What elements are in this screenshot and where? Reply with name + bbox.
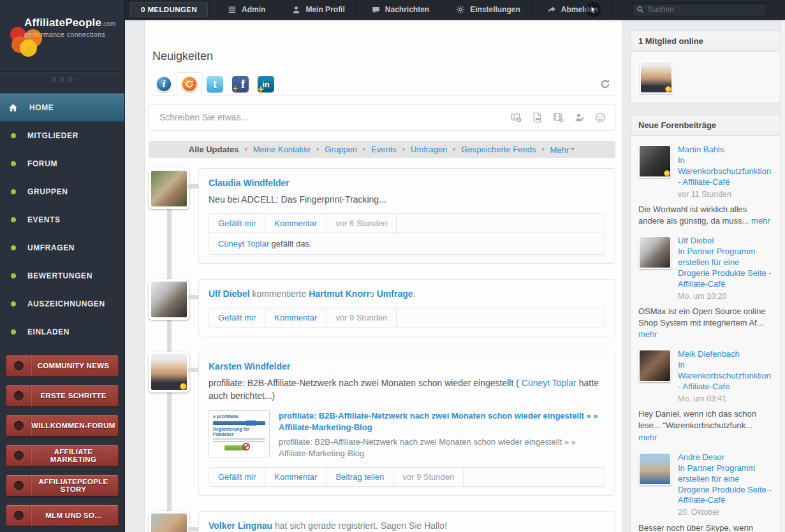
separator-dot: •: [245, 145, 247, 154]
avatar-andre-desor[interactable]: [638, 452, 671, 485]
refresh-feed-icon[interactable]: [600, 79, 610, 89]
sidebar-item-bewertungen[interactable]: BEWERTUNGEN: [0, 262, 124, 290]
sidebar-item-gruppen[interactable]: GRUPPEN: [0, 178, 124, 206]
action-kommentar[interactable]: Kommentar: [265, 468, 326, 486]
topbar-item-einstellungen[interactable]: Einstellungen: [443, 0, 534, 19]
person-link[interactable]: Umfrage: [377, 289, 413, 299]
action-gef-llt-mir[interactable]: Gefällt mir: [209, 214, 265, 233]
topbar-item-nachrichten[interactable]: Nachrichten: [358, 0, 443, 19]
scrollbar-track[interactable]: [780, 19, 785, 532]
right-sidebar: 1 Mitglied online Neue Forenbeiträge Mar…: [630, 19, 781, 532]
thumbnail-heading: Registrierung für Publisher: [213, 427, 265, 437]
forum-button-affiliatepeople-story[interactable]: AFFILIATEPEOPLE STORY: [6, 475, 119, 496]
forum-post-topic[interactable]: In Warenkorbschutzfunktion - Affiliate-C…: [678, 360, 771, 391]
avatar-meik-diefenbach[interactable]: [638, 349, 671, 382]
sidebar-item-umfragen[interactable]: UMFRAGEN: [0, 234, 124, 262]
link-preview-thumbnail[interactable]: profiliateRegistrierung für Publisher: [209, 410, 270, 457]
button-circle-icon: [14, 481, 24, 491]
button-circle-icon: [14, 361, 24, 371]
sidebar-item-label: AUSZEICHNUNGEN: [27, 299, 105, 308]
notifications-button[interactable]: 0 MELDUNGEN: [130, 2, 208, 17]
forum-post-topic[interactable]: In Warenkorbschutzfunktion - Affiliate-C…: [678, 155, 771, 187]
avatar-karsten-windfelder[interactable]: [149, 352, 189, 392]
tab-facebook-add-tab[interactable]: f+: [228, 72, 253, 96]
filter-mehr-dropdown[interactable]: Mehr: [550, 145, 576, 155]
forum-post-topic[interactable]: In Partner Programm erstellen für eine D…: [678, 247, 772, 289]
topbar-item-admin[interactable]: Admin: [214, 0, 279, 19]
action-kommentar[interactable]: Kommentar: [265, 214, 326, 233]
button-circle-icon: [14, 391, 24, 401]
link-preview-description: profiliate: B2B-Affiliate-Netzwerk nach …: [279, 436, 605, 459]
action-kommentar[interactable]: Kommentar: [265, 308, 326, 327]
sidebar-item-events[interactable]: EVENTS: [0, 206, 124, 234]
topbar-item-abmelden[interactable]: Abmelden: [534, 0, 612, 19]
facebook-add-tab-icon: f+: [232, 76, 249, 92]
online-member-avatar[interactable]: [640, 61, 673, 94]
filter-umfragen[interactable]: Umfragen: [411, 145, 447, 154]
tab-linkedin-add-tab[interactable]: in+: [253, 72, 279, 96]
add-video-icon[interactable]: [553, 112, 564, 123]
forum-post-more-link[interactable]: mehr: [638, 433, 657, 442]
stream-refresh-tab-icon: [181, 76, 198, 92]
forum-button-mlm-und-so[interactable]: MLM UND SO...: [6, 505, 119, 526]
forum-post-author[interactable]: Martin Bahls: [678, 145, 772, 155]
forum-post-author[interactable]: Meik Diefenbach: [678, 349, 772, 360]
forum-button-community-news[interactable]: COMMUNITY NEWS: [6, 355, 119, 377]
filter-alle-updates[interactable]: Alle Updates: [189, 145, 239, 154]
filter-gruppen[interactable]: Gruppen: [325, 145, 357, 154]
sidebar-item-einladen[interactable]: EINLADEN: [0, 318, 124, 346]
link-preview-title[interactable]: profiliate: B2B-Affiliate-Netzwerk nach …: [279, 410, 605, 433]
likes-row: Cüneyt Toplar gefällt das.: [209, 233, 605, 254]
forum-post-author[interactable]: Ulf Diebel: [678, 236, 772, 247]
user-icon: [292, 6, 300, 14]
separator-dot: •: [316, 145, 319, 154]
forum-button-affiliate-marketing[interactable]: AFFILIATE MARKETING: [6, 445, 119, 466]
forum-post-more-link[interactable]: mehr: [638, 329, 657, 339]
person-link[interactable]: Ulf Diebel: [209, 289, 250, 299]
sidebar-forum-buttons: COMMUNITY NEWSERSTE SCHRITTEWILLKOMMEN-F…: [0, 355, 124, 526]
forum-button-willkommen-forum[interactable]: WILLKOMMEN-FORUM: [6, 415, 119, 436]
action-gef-llt-mir[interactable]: Gefällt mir: [209, 308, 265, 327]
action-beitrag-teilen[interactable]: Beitrag teilen: [326, 468, 393, 486]
person-link[interactable]: Karsten Windfelder: [209, 361, 290, 371]
avatar-ulf-diebel[interactable]: [638, 236, 671, 269]
sidebar-item-forum[interactable]: FORUM: [0, 150, 124, 178]
compose-input[interactable]: [158, 111, 511, 123]
timestamp: vor 6 Stunden: [326, 214, 397, 233]
tab-info-tab[interactable]: i: [151, 72, 177, 96]
sidebar-item-home[interactable]: HOME: [0, 93, 124, 122]
forum-button-label: AFFILIATE MARKETING: [31, 448, 118, 463]
tab-stream-refresh-tab[interactable]: [177, 72, 202, 96]
filter-events[interactable]: Events: [371, 145, 397, 154]
person-link[interactable]: Cüneyt Toplar: [522, 378, 576, 388]
avatar-volker-lingnau[interactable]: [149, 511, 189, 532]
person-link[interactable]: Volker Lingnau: [209, 521, 272, 531]
person-link[interactable]: Claudia Windfelder: [209, 178, 290, 188]
online-members-panel: 1 Mitglied online: [630, 31, 781, 103]
filter-meine-kontakte[interactable]: Meine Kontakte: [253, 145, 311, 154]
topbar-item-mein-profil[interactable]: Mein Profil: [279, 0, 358, 19]
emoticon-icon[interactable]: [595, 112, 606, 123]
forum-post-topic[interactable]: In Partner Programm erstellen für eine D…: [678, 463, 772, 505]
sidebar-item-auszeichnungen[interactable]: AUSZEICHNUNGEN: [0, 290, 124, 318]
attach-file-icon[interactable]: [532, 112, 543, 123]
add-image-icon[interactable]: [511, 112, 522, 123]
avatar-martin-bahls[interactable]: [638, 145, 671, 178]
avatar-claudia-windfelder[interactable]: [149, 168, 189, 209]
app-logo[interactable]: AffiliatePeople.com performance connecti…: [0, 0, 124, 72]
filter-gespeicherte-feeds[interactable]: Gespeicherte Feeds: [461, 145, 536, 154]
forum-post-more-link[interactable]: mehr: [751, 216, 770, 226]
forum-button-erste-schritte[interactable]: ERSTE SCHRITTE: [6, 385, 119, 406]
person-link[interactable]: Hartmut Knorr: [309, 289, 370, 299]
person-link[interactable]: Cüneyt Toplar: [218, 239, 269, 248]
sidebar-item-mitglieder[interactable]: MITGLIEDER: [0, 122, 124, 150]
timeline-connector: [188, 527, 198, 531]
action-gef-llt-mir[interactable]: Gefällt mir: [209, 468, 265, 486]
tab-twitter-tab[interactable]: t: [202, 72, 228, 96]
avatar-ulf-diebel[interactable]: [149, 279, 189, 320]
prohibition-icon: [242, 443, 250, 450]
timeline-connector: [188, 368, 198, 372]
search-input[interactable]: [632, 3, 767, 17]
forum-post-author[interactable]: Andre Desor: [678, 452, 772, 463]
tag-contact-icon[interactable]: [574, 112, 585, 123]
